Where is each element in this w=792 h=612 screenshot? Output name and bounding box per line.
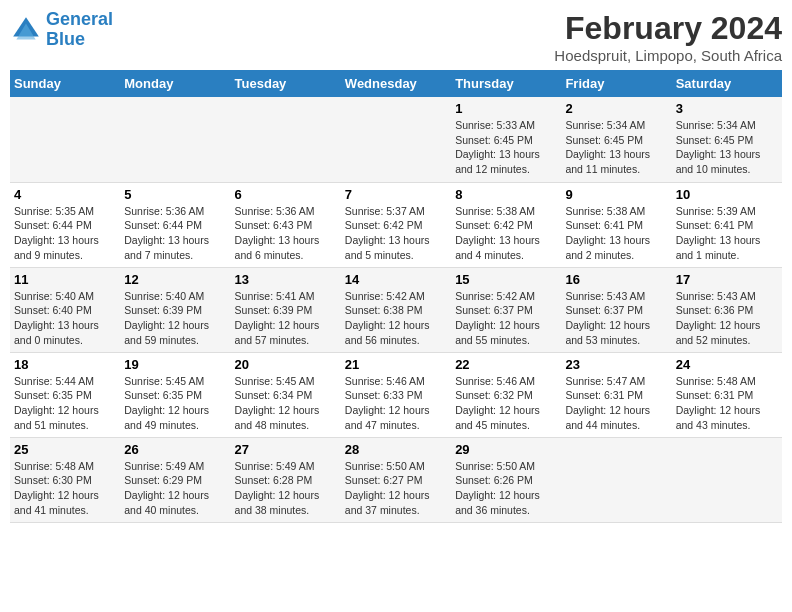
day-number: 18 [14, 357, 116, 372]
calendar-cell: 5Sunrise: 5:36 AM Sunset: 6:44 PM Daylig… [120, 182, 230, 267]
day-info: Sunrise: 5:38 AM Sunset: 6:41 PM Dayligh… [565, 204, 667, 263]
day-number: 20 [235, 357, 337, 372]
calendar-cell: 6Sunrise: 5:36 AM Sunset: 6:43 PM Daylig… [231, 182, 341, 267]
calendar-cell [10, 97, 120, 182]
calendar-cell: 29Sunrise: 5:50 AM Sunset: 6:26 PM Dayli… [451, 437, 561, 522]
day-number: 1 [455, 101, 557, 116]
day-number: 14 [345, 272, 447, 287]
day-header-friday: Friday [561, 70, 671, 97]
logo-line1: General [46, 9, 113, 29]
day-info: Sunrise: 5:40 AM Sunset: 6:40 PM Dayligh… [14, 289, 116, 348]
main-title: February 2024 [554, 10, 782, 47]
day-number: 5 [124, 187, 226, 202]
calendar-cell: 27Sunrise: 5:49 AM Sunset: 6:28 PM Dayli… [231, 437, 341, 522]
day-header-saturday: Saturday [672, 70, 782, 97]
day-info: Sunrise: 5:41 AM Sunset: 6:39 PM Dayligh… [235, 289, 337, 348]
day-number: 23 [565, 357, 667, 372]
calendar-body: 1Sunrise: 5:33 AM Sunset: 6:45 PM Daylig… [10, 97, 782, 522]
day-info: Sunrise: 5:38 AM Sunset: 6:42 PM Dayligh… [455, 204, 557, 263]
day-header-wednesday: Wednesday [341, 70, 451, 97]
week-row-2: 11Sunrise: 5:40 AM Sunset: 6:40 PM Dayli… [10, 267, 782, 352]
day-info: Sunrise: 5:48 AM Sunset: 6:31 PM Dayligh… [676, 374, 778, 433]
header-row: SundayMondayTuesdayWednesdayThursdayFrid… [10, 70, 782, 97]
day-number: 19 [124, 357, 226, 372]
calendar-cell: 1Sunrise: 5:33 AM Sunset: 6:45 PM Daylig… [451, 97, 561, 182]
day-info: Sunrise: 5:39 AM Sunset: 6:41 PM Dayligh… [676, 204, 778, 263]
calendar-cell: 15Sunrise: 5:42 AM Sunset: 6:37 PM Dayli… [451, 267, 561, 352]
calendar-cell [120, 97, 230, 182]
day-number: 8 [455, 187, 557, 202]
day-number: 6 [235, 187, 337, 202]
calendar-cell: 22Sunrise: 5:46 AM Sunset: 6:32 PM Dayli… [451, 352, 561, 437]
day-info: Sunrise: 5:34 AM Sunset: 6:45 PM Dayligh… [565, 118, 667, 177]
day-info: Sunrise: 5:50 AM Sunset: 6:27 PM Dayligh… [345, 459, 447, 518]
day-number: 11 [14, 272, 116, 287]
calendar-cell: 14Sunrise: 5:42 AM Sunset: 6:38 PM Dayli… [341, 267, 451, 352]
day-header-tuesday: Tuesday [231, 70, 341, 97]
calendar-cell [561, 437, 671, 522]
calendar-cell: 9Sunrise: 5:38 AM Sunset: 6:41 PM Daylig… [561, 182, 671, 267]
day-number: 26 [124, 442, 226, 457]
day-number: 12 [124, 272, 226, 287]
day-info: Sunrise: 5:50 AM Sunset: 6:26 PM Dayligh… [455, 459, 557, 518]
day-info: Sunrise: 5:46 AM Sunset: 6:33 PM Dayligh… [345, 374, 447, 433]
day-number: 7 [345, 187, 447, 202]
calendar-cell: 2Sunrise: 5:34 AM Sunset: 6:45 PM Daylig… [561, 97, 671, 182]
calendar-cell: 17Sunrise: 5:43 AM Sunset: 6:36 PM Dayli… [672, 267, 782, 352]
calendar-cell [341, 97, 451, 182]
day-number: 24 [676, 357, 778, 372]
day-info: Sunrise: 5:42 AM Sunset: 6:38 PM Dayligh… [345, 289, 447, 348]
day-info: Sunrise: 5:36 AM Sunset: 6:43 PM Dayligh… [235, 204, 337, 263]
day-info: Sunrise: 5:33 AM Sunset: 6:45 PM Dayligh… [455, 118, 557, 177]
day-number: 25 [14, 442, 116, 457]
calendar-cell: 20Sunrise: 5:45 AM Sunset: 6:34 PM Dayli… [231, 352, 341, 437]
day-number: 13 [235, 272, 337, 287]
week-row-3: 18Sunrise: 5:44 AM Sunset: 6:35 PM Dayli… [10, 352, 782, 437]
page-header: General Blue February 2024 Hoedspruit, L… [10, 10, 782, 64]
day-info: Sunrise: 5:44 AM Sunset: 6:35 PM Dayligh… [14, 374, 116, 433]
calendar-cell: 28Sunrise: 5:50 AM Sunset: 6:27 PM Dayli… [341, 437, 451, 522]
day-number: 28 [345, 442, 447, 457]
calendar-cell: 11Sunrise: 5:40 AM Sunset: 6:40 PM Dayli… [10, 267, 120, 352]
day-info: Sunrise: 5:48 AM Sunset: 6:30 PM Dayligh… [14, 459, 116, 518]
calendar-cell: 18Sunrise: 5:44 AM Sunset: 6:35 PM Dayli… [10, 352, 120, 437]
calendar-table: SundayMondayTuesdayWednesdayThursdayFrid… [10, 70, 782, 523]
calendar-cell: 16Sunrise: 5:43 AM Sunset: 6:37 PM Dayli… [561, 267, 671, 352]
day-number: 16 [565, 272, 667, 287]
day-info: Sunrise: 5:36 AM Sunset: 6:44 PM Dayligh… [124, 204, 226, 263]
logo-text: General Blue [46, 10, 113, 50]
day-info: Sunrise: 5:43 AM Sunset: 6:37 PM Dayligh… [565, 289, 667, 348]
day-info: Sunrise: 5:46 AM Sunset: 6:32 PM Dayligh… [455, 374, 557, 433]
day-info: Sunrise: 5:40 AM Sunset: 6:39 PM Dayligh… [124, 289, 226, 348]
day-info: Sunrise: 5:47 AM Sunset: 6:31 PM Dayligh… [565, 374, 667, 433]
calendar-cell [672, 437, 782, 522]
calendar-cell: 12Sunrise: 5:40 AM Sunset: 6:39 PM Dayli… [120, 267, 230, 352]
day-number: 29 [455, 442, 557, 457]
calendar-cell: 24Sunrise: 5:48 AM Sunset: 6:31 PM Dayli… [672, 352, 782, 437]
logo-line2: Blue [46, 29, 85, 49]
day-number: 15 [455, 272, 557, 287]
calendar-cell: 13Sunrise: 5:41 AM Sunset: 6:39 PM Dayli… [231, 267, 341, 352]
day-number: 3 [676, 101, 778, 116]
calendar-cell: 19Sunrise: 5:45 AM Sunset: 6:35 PM Dayli… [120, 352, 230, 437]
day-number: 21 [345, 357, 447, 372]
calendar-cell: 8Sunrise: 5:38 AM Sunset: 6:42 PM Daylig… [451, 182, 561, 267]
day-number: 27 [235, 442, 337, 457]
calendar-cell [231, 97, 341, 182]
day-number: 17 [676, 272, 778, 287]
day-header-sunday: Sunday [10, 70, 120, 97]
calendar-cell: 10Sunrise: 5:39 AM Sunset: 6:41 PM Dayli… [672, 182, 782, 267]
week-row-4: 25Sunrise: 5:48 AM Sunset: 6:30 PM Dayli… [10, 437, 782, 522]
day-number: 10 [676, 187, 778, 202]
calendar-cell: 21Sunrise: 5:46 AM Sunset: 6:33 PM Dayli… [341, 352, 451, 437]
day-info: Sunrise: 5:37 AM Sunset: 6:42 PM Dayligh… [345, 204, 447, 263]
day-info: Sunrise: 5:45 AM Sunset: 6:34 PM Dayligh… [235, 374, 337, 433]
logo: General Blue [10, 10, 113, 50]
calendar-cell: 4Sunrise: 5:35 AM Sunset: 6:44 PM Daylig… [10, 182, 120, 267]
day-info: Sunrise: 5:34 AM Sunset: 6:45 PM Dayligh… [676, 118, 778, 177]
day-info: Sunrise: 5:42 AM Sunset: 6:37 PM Dayligh… [455, 289, 557, 348]
day-info: Sunrise: 5:45 AM Sunset: 6:35 PM Dayligh… [124, 374, 226, 433]
day-info: Sunrise: 5:43 AM Sunset: 6:36 PM Dayligh… [676, 289, 778, 348]
calendar-header: SundayMondayTuesdayWednesdayThursdayFrid… [10, 70, 782, 97]
week-row-0: 1Sunrise: 5:33 AM Sunset: 6:45 PM Daylig… [10, 97, 782, 182]
